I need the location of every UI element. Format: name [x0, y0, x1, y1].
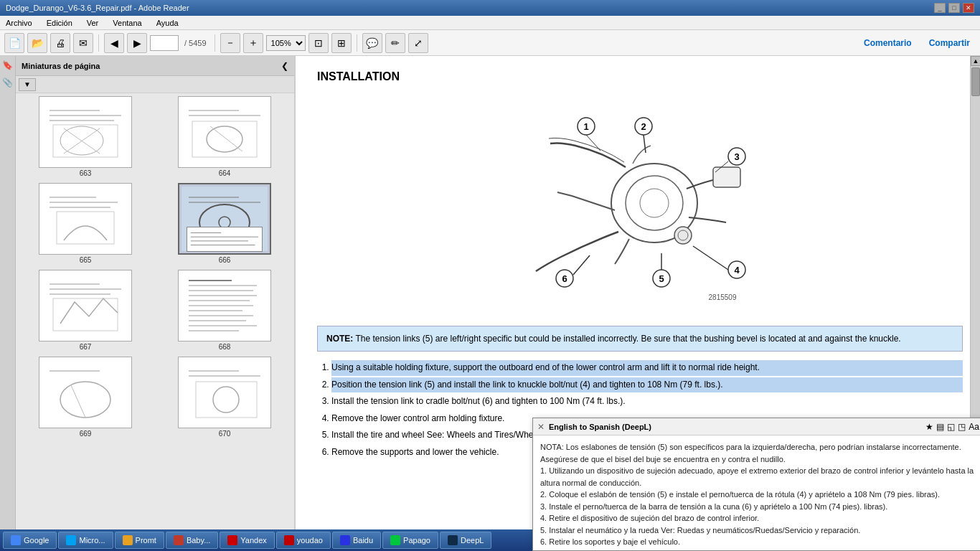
- diagram-container: 1 2 3 4: [317, 92, 963, 314]
- svg-point-55: [626, 176, 683, 230]
- sidebar-close-button[interactable]: ❮: [281, 61, 288, 71]
- open-button[interactable]: 📂: [27, 33, 47, 53]
- taskbar-btn-papago[interactable]: Papago: [382, 532, 438, 549]
- toolbar: 📄 📂 🖨 ✉ ◀ ▶ 668 / 5459 － ＋ 105% 100% 75%…: [0, 30, 980, 56]
- taskbar-label-1: Micro...: [79, 536, 105, 545]
- fit-page-button[interactable]: ⊡: [308, 33, 329, 53]
- taskbar-btn-youdao[interactable]: youdao: [276, 532, 331, 549]
- app-title: Dodge_Durango_V6-3.6_Repair.pdf - Adobe …: [6, 4, 189, 12]
- translation-close-button[interactable]: ✕: [537, 422, 545, 432]
- left-panel-icons: 🔖 📎: [0, 56, 16, 551]
- comment-button[interactable]: 💬: [362, 33, 382, 53]
- page-number-input[interactable]: 668: [150, 35, 179, 51]
- bookmark-icon[interactable]: 🔖: [1, 59, 14, 72]
- menu-edicion[interactable]: Edición: [44, 17, 75, 29]
- scroll-thumb[interactable]: [971, 67, 980, 96]
- thumbnail-item-670[interactable]: 670: [158, 357, 291, 438]
- fullscreen-button[interactable]: ⤢: [408, 33, 428, 53]
- sidebar-header: Miniaturas de página ❮: [16, 56, 294, 76]
- taskbar-btn-micro[interactable]: Micro...: [58, 532, 113, 549]
- thumbnail-item-666[interactable]: 666: [158, 183, 291, 264]
- thumb-669-label: 669: [80, 430, 92, 438]
- attachment-icon[interactable]: 📎: [1, 76, 14, 89]
- window-controls[interactable]: _ □ ✕: [934, 3, 974, 13]
- comentario-button[interactable]: Comentario: [858, 35, 918, 51]
- markup-button[interactable]: ✏: [385, 33, 405, 53]
- zoom-in-button[interactable]: ＋: [243, 33, 263, 53]
- prev-page-button[interactable]: ◀: [104, 33, 124, 53]
- thumbnail-item-669[interactable]: 669: [19, 357, 152, 438]
- taskbar-btn-promt[interactable]: Promt: [115, 532, 164, 549]
- compartir-button[interactable]: Compartir: [923, 35, 976, 51]
- taskbar-btn-baidu[interactable]: Baidu: [332, 532, 381, 549]
- thumb-668-img[interactable]: [178, 270, 271, 342]
- minimize-button[interactable]: _: [934, 3, 946, 13]
- menu-ayuda[interactable]: Ayuda: [154, 17, 182, 29]
- thumbnail-item-668[interactable]: 668: [158, 270, 291, 351]
- fit-width-button[interactable]: ⊞: [331, 33, 352, 53]
- svg-rect-14: [42, 187, 128, 251]
- taskbar-btn-google[interactable]: Google: [3, 532, 57, 549]
- translation-toolbar: ★ ▤ ◱ ◳ Aa: [925, 422, 979, 432]
- thumb-665-img[interactable]: [39, 183, 132, 255]
- svg-text:2: 2: [641, 121, 646, 132]
- sidebar-title: Miniaturas de página: [22, 62, 100, 70]
- font-icon[interactable]: Aa: [969, 422, 979, 432]
- thumbnail-item-664[interactable]: 664: [158, 96, 291, 177]
- svg-rect-28: [42, 273, 128, 338]
- pdf-page: INSTALLATION: [296, 56, 980, 551]
- thumb-667-label: 667: [80, 343, 92, 351]
- thumb-666-img[interactable]: [178, 183, 271, 255]
- expand-icon[interactable]: ◳: [958, 422, 966, 432]
- maximize-button[interactable]: □: [948, 3, 960, 13]
- menu-ventana[interactable]: Ventana: [110, 17, 144, 29]
- taskbar-btn-baby[interactable]: Baby...: [166, 532, 218, 549]
- taskbar-label-0: Google: [24, 536, 49, 545]
- thumb-664-img[interactable]: [178, 96, 271, 168]
- thumb-669-img[interactable]: [39, 357, 132, 428]
- thumbnail-item-663[interactable]: 663: [19, 96, 152, 177]
- pdf-content-area[interactable]: INSTALLATION: [296, 56, 980, 551]
- menu-ver[interactable]: Ver: [84, 17, 102, 29]
- thumb-670-label: 670: [219, 430, 231, 438]
- print-button[interactable]: 🖨: [50, 33, 70, 53]
- taskbar-icon-2: [123, 535, 133, 545]
- thumbnail-item-665[interactable]: 665: [19, 183, 152, 264]
- svg-line-65: [644, 135, 646, 153]
- taskbar-label-8: DeepL: [461, 536, 484, 545]
- zoom-select[interactable]: 105% 100% 75% 50% 150% 200%: [266, 35, 306, 51]
- next-page-button[interactable]: ▶: [127, 33, 147, 53]
- thumbnail-item-667[interactable]: 667: [19, 270, 152, 351]
- taskbar-icon-5: [284, 535, 294, 545]
- taskbar-icon-3: [174, 535, 184, 545]
- copy-icon[interactable]: ◱: [947, 422, 955, 432]
- translation-body[interactable]: NOTA: Los eslabones de tensión (5) son e…: [533, 435, 980, 550]
- taskbar-btn-deepl[interactable]: DeepL: [440, 532, 491, 549]
- taskbar-btn-yandex[interactable]: Yandex: [220, 532, 275, 549]
- scroll-up-arrow[interactable]: ▲: [971, 56, 980, 66]
- separator-2: [215, 34, 215, 52]
- email-button[interactable]: ✉: [73, 33, 93, 53]
- menu-bar: Archivo Edición Ver Ventana Ayuda: [0, 16, 980, 30]
- star-icon[interactable]: ★: [925, 422, 933, 432]
- note-box: NOTE: The tension links (5) are left/rig…: [317, 326, 963, 352]
- translation-title: English to Spanish (DeepL): [549, 423, 921, 431]
- page-total: / 5459: [182, 39, 209, 47]
- svg-point-56: [640, 189, 669, 217]
- list-icon[interactable]: ▤: [936, 422, 944, 432]
- new-button[interactable]: 📄: [4, 33, 24, 53]
- note-text: The tension links (5) are left/right spe…: [355, 334, 900, 344]
- thumb-663-img[interactable]: [39, 96, 132, 168]
- thumb-670-img[interactable]: [178, 357, 271, 428]
- close-button[interactable]: ✕: [963, 3, 974, 13]
- taskbar-icon-1: [66, 535, 76, 545]
- thumb-667-img[interactable]: [39, 270, 132, 342]
- svg-line-71: [693, 246, 728, 270]
- svg-rect-8: [182, 100, 268, 164]
- taskbar-label-4: Yandex: [240, 536, 267, 545]
- menu-archivo[interactable]: Archivo: [3, 17, 35, 29]
- sidebar-options-button[interactable]: ▼: [19, 78, 36, 91]
- zoom-out-button[interactable]: －: [220, 33, 240, 53]
- svg-text:3: 3: [734, 151, 739, 162]
- page-section-title: INSTALLATION: [317, 70, 963, 83]
